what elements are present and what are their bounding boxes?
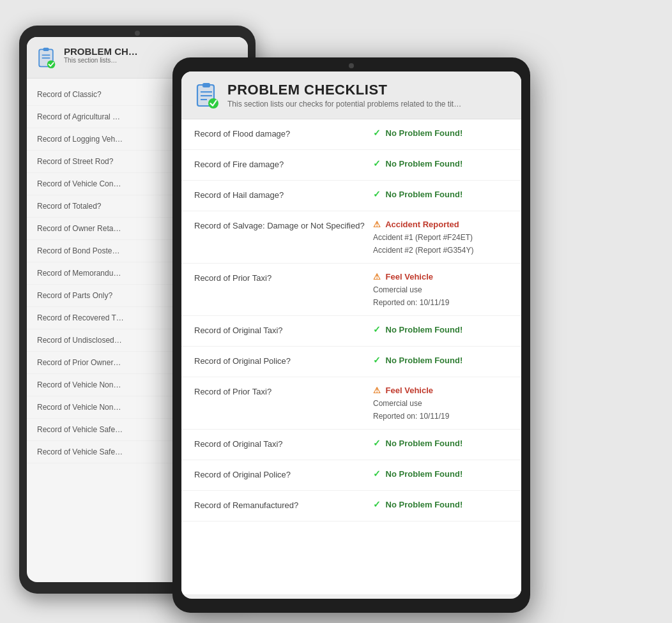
svg-point-12 — [208, 98, 218, 109]
check-ok-icon: ✓ — [373, 355, 381, 365]
check-label: Record of Original Taxi? — [194, 324, 373, 335]
check-ok-icon: ✓ — [373, 469, 381, 479]
svg-rect-2 — [43, 48, 49, 51]
check-label: Record of Prior Taxi? — [194, 272, 373, 283]
checklist-row: Record of Flood damage?✓ No Problem Foun… — [181, 119, 521, 150]
check-result: ✓ No Problem Found! — [373, 499, 508, 509]
check-result: ✓ No Problem Found! — [373, 128, 508, 138]
check-ok-icon: ✓ — [373, 189, 381, 199]
sub-detail: Reported on: 10/11/19 — [373, 412, 508, 421]
warning-icon: ⚠ — [373, 386, 381, 395]
back-checklist-icon — [34, 46, 57, 69]
checklist-row: Record of Original Taxi?✓ No Problem Fou… — [181, 316, 521, 347]
checklist-row: Record of Original Police?✓ No Problem F… — [181, 460, 521, 491]
back-header-text: PROBLEM CH… This section lists… — [64, 46, 138, 64]
front-camera — [349, 63, 354, 68]
check-label: Record of Original Police? — [194, 469, 373, 479]
check-result: ✓ No Problem Found! — [373, 324, 508, 334]
sub-detail: Comercial use — [373, 285, 508, 294]
front-subtitle: This section lists our checks for potent… — [227, 100, 461, 109]
front-tablet: PROBLEM CHECKLIST This section lists our… — [172, 57, 530, 613]
check-result: ⚠ Feel VehicleComercial useReported on: … — [373, 386, 508, 421]
check-label: Record of Prior Taxi? — [194, 386, 373, 396]
check-result: ✓ No Problem Found! — [373, 158, 508, 169]
checklist-row: Record of Fire damage?✓ No Problem Found… — [181, 150, 521, 181]
check-result: ✓ No Problem Found! — [373, 438, 508, 448]
sub-detail: Accident #2 (Report #G354Y) — [373, 246, 508, 255]
check-label: Record of Original Taxi? — [194, 438, 373, 449]
check-label: Record of Original Police? — [194, 355, 373, 366]
check-label: Record of Remanufactured? — [194, 499, 373, 510]
check-result: ✓ No Problem Found! — [373, 189, 508, 199]
check-label: Record of Salvage: Damage or Not Specifi… — [194, 220, 373, 230]
checklist-row: Record of Prior Taxi?⚠ Feel VehicleComer… — [181, 264, 521, 316]
check-ok-icon: ✓ — [373, 499, 381, 509]
checklist-row: Record of Prior Taxi?⚠ Feel VehicleComer… — [181, 377, 521, 430]
back-subtitle: This section lists… — [64, 57, 138, 64]
check-label: Record of Fire damage? — [194, 158, 373, 169]
back-camera — [135, 31, 140, 36]
check-ok-icon: ✓ — [373, 438, 381, 448]
check-ok-icon: ✓ — [373, 324, 381, 334]
check-result: ⚠ Accident ReportedAccident #1 (Report #… — [373, 220, 508, 255]
front-title: PROBLEM CHECKLIST — [227, 82, 461, 98]
checklist-row: Record of Hail damage?✓ No Problem Found… — [181, 181, 521, 211]
front-screen: PROBLEM CHECKLIST This section lists our… — [181, 71, 521, 599]
back-title: PROBLEM CH… — [64, 46, 138, 57]
check-result: ⚠ Feel VehicleComercial useReported on: … — [373, 272, 508, 307]
sub-detail: Accident #1 (Report #F24ET) — [373, 233, 508, 242]
warning-icon: ⚠ — [373, 272, 381, 281]
check-result: ✓ No Problem Found! — [373, 469, 508, 479]
svg-rect-8 — [202, 83, 210, 87]
check-ok-icon: ✓ — [373, 158, 381, 169]
checklist-row: Record of Remanufactured?✓ No Problem Fo… — [181, 491, 521, 522]
front-checklist-icon — [193, 82, 220, 109]
front-header-text: PROBLEM CHECKLIST This section lists our… — [227, 82, 461, 109]
warning-icon: ⚠ — [373, 220, 381, 229]
check-ok-icon: ✓ — [373, 128, 381, 138]
check-label: Record of Flood damage? — [194, 128, 373, 139]
checklist-row: Record of Original Taxi?✓ No Problem Fou… — [181, 430, 521, 460]
checklist-row: Record of Original Police?✓ No Problem F… — [181, 347, 521, 377]
checklist-content[interactable]: Record of Flood damage?✓ No Problem Foun… — [181, 119, 521, 594]
checklist-row: Record of Salvage: Damage or Not Specifi… — [181, 211, 521, 264]
check-result: ✓ No Problem Found! — [373, 355, 508, 365]
sub-detail: Comercial use — [373, 399, 508, 408]
check-label: Record of Hail damage? — [194, 189, 373, 200]
front-header: PROBLEM CHECKLIST This section lists our… — [181, 71, 521, 119]
sub-detail: Reported on: 10/11/19 — [373, 298, 508, 307]
